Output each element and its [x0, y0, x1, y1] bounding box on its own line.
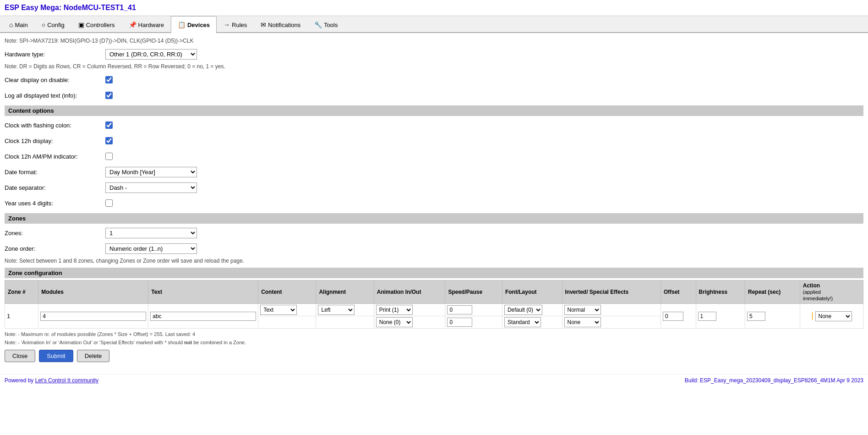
clock-flashing-label: Clock with flashing colon:: [5, 122, 105, 129]
speed-input-row2[interactable]: [447, 318, 472, 327]
zones-select[interactable]: 1: [105, 228, 197, 238]
nav-bar: ⌂ Main ○ Config ▣ Controllers 📌 Hardware…: [0, 16, 868, 33]
log-text-checkbox[interactable]: [105, 92, 113, 99]
clock-ampm-label: Clock 12h AM/PM indicator:: [5, 153, 105, 160]
offset-cell: [661, 304, 696, 329]
speed-cell-row2: [445, 316, 502, 329]
modules-input[interactable]: [40, 312, 146, 321]
main-icon: ⌂: [9, 21, 13, 28]
col-brightness: Brightness: [696, 281, 745, 304]
footer: Powered by Let's Control It community Bu…: [0, 374, 868, 386]
hardware-type-select[interactable]: Other 1 (DR:0, CR:0, RR:0): [105, 49, 197, 60]
clock-flashing-checkbox[interactable]: [105, 121, 113, 129]
nav-label-tools: Tools: [324, 22, 338, 28]
inverted-cell-row1: Normal: [562, 304, 661, 316]
zone-modules-cell: [38, 304, 148, 329]
offset-input[interactable]: [663, 312, 683, 321]
hardware-type-label: Hardware type:: [5, 51, 105, 58]
content-cell-row2: [258, 316, 316, 329]
alignment-cell-row1: Left: [316, 304, 374, 316]
tools-icon: 🔧: [314, 21, 322, 28]
content-options-header: Content options: [5, 105, 863, 116]
zone-number-cell: 1: [5, 304, 38, 329]
col-zone-num: Zone #: [5, 281, 38, 304]
nav-item-config[interactable]: ○ Config: [35, 16, 71, 33]
nav-item-rules[interactable]: → Rules: [217, 16, 254, 33]
log-text-row: Log all displayed text (info):: [5, 89, 863, 102]
date-format-select[interactable]: Day Month [Year]: [105, 167, 197, 177]
brightness-input[interactable]: [698, 312, 716, 321]
year-4digits-row: Year uses 4 digits:: [5, 197, 863, 209]
bottom-note2: Note: - 'Animation In' or 'Animation Out…: [5, 340, 863, 345]
clock-ampm-checkbox[interactable]: [105, 153, 113, 160]
date-format-label: Date format:: [5, 169, 105, 176]
date-separator-row: Date separator: Dash -: [5, 181, 863, 194]
zones-note: Note: Select between 1 and 8 zones, chan…: [5, 258, 863, 264]
zone-text-cell: [148, 304, 258, 329]
font-cell-row1: Default (0): [502, 304, 562, 316]
nav-label-rules: Rules: [232, 22, 247, 28]
clear-display-checkbox[interactable]: [105, 76, 113, 83]
alignment-cell-row2: [316, 316, 374, 329]
brightness-cell: [696, 304, 745, 329]
delete-button[interactable]: Delete: [77, 350, 110, 362]
clock-flashing-row: Clock with flashing colon:: [5, 119, 863, 132]
action-select[interactable]: None: [815, 311, 852, 321]
speed-input-row1[interactable]: [447, 305, 472, 314]
animation-cell-row2: None (0): [374, 316, 445, 329]
zone-order-row: Zone order: Numeric order (1..n): [5, 242, 863, 255]
table-row: 1 Text Left: [5, 304, 863, 316]
animation-cell-row1: Print (1): [374, 304, 445, 316]
date-separator-select[interactable]: Dash -: [105, 182, 197, 193]
footer-link[interactable]: Let's Control It community: [35, 377, 98, 384]
zones-label: Zones:: [5, 230, 105, 237]
date-separator-label: Date separator:: [5, 184, 105, 191]
spi-note: Note: SPI->MAX7219: MOSI(GPIO-13 (D7))->…: [5, 38, 863, 44]
clock-12h-checkbox[interactable]: [105, 137, 113, 144]
nav-item-main[interactable]: ⌂ Main: [2, 16, 35, 33]
col-offset: Offset: [661, 281, 696, 304]
clear-display-row: Clear display on disable:: [5, 73, 863, 86]
content-select-row1[interactable]: Text: [260, 305, 297, 315]
nav-label-config: Config: [47, 22, 65, 28]
dr-note: Note: DR = Digits as Rows, CR = Column R…: [5, 63, 863, 70]
zone-order-select[interactable]: Numeric order (1..n): [105, 243, 197, 254]
alignment-select-row1[interactable]: Left: [318, 305, 355, 315]
action-cell: | None: [800, 304, 863, 329]
page-title: ESP Easy Mega: NodeMCU-TEST1_41: [0, 0, 868, 16]
hardware-icon: 📌: [129, 21, 136, 28]
footer-powered-by: Powered by Let's Control It community: [5, 377, 98, 384]
animation-select-row1[interactable]: Print (1): [376, 305, 413, 315]
main-content: Note: SPI->MAX7219: MOSI(GPIO-13 (D7))->…: [0, 33, 868, 369]
nav-item-controllers[interactable]: ▣ Controllers: [71, 16, 122, 33]
font-select-row2[interactable]: Standard: [504, 317, 541, 327]
zones-header: Zones: [5, 213, 863, 224]
nav-item-notifications[interactable]: ✉ Notifications: [254, 16, 307, 33]
font-select-row1[interactable]: Default (0): [504, 305, 542, 315]
date-format-row: Date format: Day Month [Year]: [5, 165, 863, 178]
col-inverted: Inverted/ Special Effects: [562, 281, 661, 304]
nav-item-devices[interactable]: 📋 Devices: [171, 16, 217, 33]
year-4digits-checkbox[interactable]: [105, 199, 113, 207]
col-alignment: Alignment: [316, 281, 374, 304]
nav-item-tools[interactable]: 🔧 Tools: [307, 16, 344, 33]
controllers-icon: ▣: [78, 21, 84, 28]
inverted-select-row1[interactable]: Normal: [564, 305, 601, 315]
inverted-select-row2[interactable]: None: [564, 317, 601, 327]
clock-12h-label: Clock 12h display:: [5, 138, 105, 144]
nav-label-controllers: Controllers: [86, 22, 115, 28]
font-cell-row2: Standard: [502, 316, 562, 329]
text-input[interactable]: [150, 312, 256, 321]
zones-row: Zones: 1: [5, 226, 863, 239]
close-button[interactable]: Close: [5, 350, 35, 362]
config-icon: ○: [42, 21, 45, 28]
submit-button[interactable]: Submit: [39, 350, 73, 362]
notifications-icon: ✉: [261, 21, 266, 28]
nav-item-hardware[interactable]: 📌 Hardware: [122, 16, 171, 33]
repeat-input[interactable]: [747, 312, 765, 321]
col-speed: Speed/Pause: [445, 281, 502, 304]
col-repeat: Repeat (sec): [745, 281, 800, 304]
content-cell-row1: Text: [258, 304, 316, 316]
nav-label-hardware: Hardware: [138, 22, 164, 28]
animation-select-row2[interactable]: None (0): [376, 317, 413, 327]
